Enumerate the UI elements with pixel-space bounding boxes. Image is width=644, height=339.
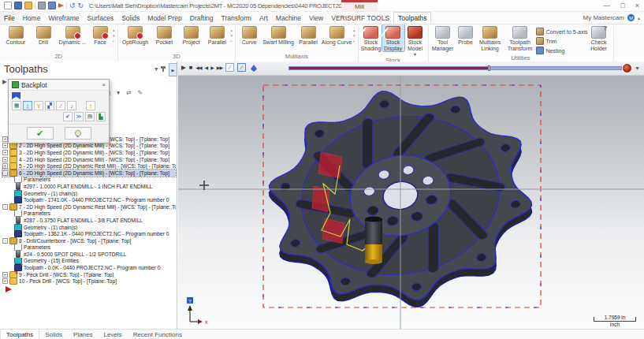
expander[interactable] bbox=[2, 238, 8, 244]
print-icon[interactable] bbox=[38, 2, 46, 9]
insert-position-arrow[interactable] bbox=[6, 286, 12, 292]
tab-art[interactable]: Art bbox=[255, 12, 272, 24]
stop-icon[interactable]: ■ bbox=[189, 64, 193, 71]
tab-wireframe[interactable]: Wireframe bbox=[44, 12, 83, 24]
tab-surfaces[interactable]: Surfaces bbox=[84, 12, 118, 24]
contextual-tab-mill[interactable]: Mill bbox=[341, 0, 378, 11]
play-icon[interactable]: ▶ bbox=[181, 64, 186, 71]
alert-icon[interactable]: ! bbox=[86, 101, 95, 110]
slider-handle[interactable] bbox=[488, 65, 490, 71]
manager-tab-solids[interactable]: Solids bbox=[39, 330, 68, 339]
tool-manager-button[interactable]: Tool Manager bbox=[430, 24, 456, 51]
manager-tab-toolpaths[interactable]: Toolpaths bbox=[0, 330, 39, 339]
along-curve-button[interactable]: Along Curve bbox=[321, 24, 352, 46]
holder-icon[interactable]: Y bbox=[34, 101, 43, 110]
tree-row[interactable]: Toolpath - 1362.1K - 0440 PROJECT2.NC - … bbox=[2, 230, 176, 237]
nesting-button[interactable]: Nesting bbox=[536, 47, 586, 54]
check-holder-button[interactable]: Check Holder bbox=[586, 24, 612, 51]
expander[interactable] bbox=[2, 204, 8, 210]
face-button[interactable]: Face bbox=[88, 24, 112, 46]
stock-shading-button[interactable]: Stock Shading bbox=[360, 24, 382, 51]
swarf-milling-button[interactable]: Swarf Milling bbox=[261, 24, 296, 46]
open-file-icon[interactable] bbox=[24, 2, 32, 9]
screen-icon[interactable]: ▤ bbox=[85, 112, 95, 121]
manager-tab-levels[interactable]: Levels bbox=[99, 330, 128, 339]
tree-row[interactable]: Parameters bbox=[2, 177, 176, 184]
expander[interactable] bbox=[2, 143, 8, 148]
quality-toggle-icon[interactable]: ∕ bbox=[237, 63, 246, 72]
fast-forward-icon[interactable]: ≫ bbox=[74, 112, 84, 121]
record-icon[interactable] bbox=[623, 64, 631, 73]
maximize-icon[interactable]: □ bbox=[620, 2, 624, 9]
pocket-button[interactable]: Pocket bbox=[151, 24, 178, 46]
step-forward-icon[interactable]: ▶ bbox=[210, 65, 214, 70]
contour-button[interactable]: Contour bbox=[2, 24, 30, 46]
viewport-canvas[interactable]: Yx bbox=[178, 61, 644, 330]
tree-row[interactable]: 9 - Peck Drill - [WCS: Top] - [Tplane: T… bbox=[2, 271, 176, 278]
tree-row[interactable]: 4 - 2D High Speed (2D Dynamic Mill) - [W… bbox=[2, 156, 176, 163]
gallery-scroll-arrows[interactable]: ▴▾▪ bbox=[112, 24, 116, 43]
ok-button[interactable]: ✔ bbox=[27, 127, 54, 140]
expander[interactable] bbox=[2, 136, 8, 142]
gallery-scroll-arrows[interactable]: ▴▾▪ bbox=[230, 24, 234, 43]
tree-row[interactable]: #24 - 0.5000 SPOT DRILL - 1/2 SPOTDRILL bbox=[2, 251, 176, 258]
tab-verisurf-tools[interactable]: VERISURF TOOLS bbox=[327, 12, 393, 24]
backplot-collapse-icon[interactable] bbox=[12, 92, 20, 99]
manager-tab-recent-functions[interactable]: Recent Functions bbox=[128, 330, 188, 339]
step-back-icon[interactable]: ◀ bbox=[205, 65, 208, 70]
filter-icon[interactable]: ▼ bbox=[635, 65, 640, 71]
save-icon[interactable] bbox=[14, 2, 22, 9]
panel-collapse-icon[interactable]: ▶ bbox=[169, 63, 177, 76]
probe-button[interactable]: Probe bbox=[456, 24, 476, 46]
tree-row[interactable]: 3 - 2D High Speed (2D Dynamic Mill) - [W… bbox=[2, 149, 176, 156]
dynamic-mill-button[interactable]: Dynamic ... bbox=[57, 24, 88, 46]
expander[interactable] bbox=[2, 278, 8, 284]
undo-icon[interactable]: ↺ bbox=[69, 2, 76, 9]
drill-button[interactable]: Drill bbox=[30, 24, 57, 46]
toolpath-transform-button[interactable]: Toolpath Transform bbox=[504, 24, 536, 51]
stock-display-button[interactable]: Stock Display bbox=[382, 24, 404, 51]
tree-row[interactable]: 10 - Peck Drill - [WCS: Top] - [Tplane: … bbox=[2, 278, 176, 285]
tool-display-icon[interactable]: ↕ bbox=[23, 101, 32, 110]
backplot-close-icon[interactable]: × bbox=[102, 81, 106, 88]
tab-solids[interactable]: Solids bbox=[117, 12, 143, 24]
close-icon[interactable]: × bbox=[635, 2, 639, 9]
condition-marker-icon[interactable] bbox=[251, 65, 257, 72]
tree-row[interactable]: 7 - 2D High Speed (2D Dynamic Rest Mill)… bbox=[2, 203, 176, 210]
optirough-button[interactable]: OptiRough bbox=[120, 24, 151, 46]
stock-model-button[interactable]: Stock Model▾ bbox=[404, 24, 426, 57]
graphics-viewport[interactable]: Yx ▶ ■ ◀◀ ◀ ▶ ▶▶ ∕ ∕ bbox=[178, 61, 644, 330]
tab-transform[interactable]: Transform bbox=[218, 12, 255, 24]
tab-file[interactable]: File bbox=[0, 12, 19, 24]
details-icon[interactable]: ✔ bbox=[63, 112, 73, 121]
trace-toggle-icon[interactable]: ∕ bbox=[225, 63, 234, 72]
tree-row[interactable]: #297 - 1.0000 FLAT ENDMILL - 1 INCH FLAT… bbox=[2, 183, 176, 190]
panel-menu-icon[interactable]: ▾ bbox=[154, 65, 158, 73]
tree-row[interactable]: Geometry - (1) chain(s) bbox=[2, 190, 176, 197]
collapse-ribbon-icon[interactable]: ▴ bbox=[638, 15, 640, 20]
tree-row-selected[interactable]: 6 - 2D High Speed (2D Dynamic Mill) - [W… bbox=[2, 170, 176, 177]
expander[interactable] bbox=[2, 157, 8, 162]
tree-row[interactable]: Geometry - (15) Entities bbox=[2, 258, 176, 265]
flag-icon[interactable] bbox=[58, 3, 64, 8]
rewind-icon[interactable]: ◀◀ bbox=[195, 65, 201, 70]
tree-row[interactable]: Parameters bbox=[2, 210, 176, 218]
tree-row[interactable]: 5 - 2D High Speed (2D Dynamic Rest Mill)… bbox=[2, 162, 176, 170]
note-icon[interactable]: ♪ bbox=[67, 101, 76, 110]
help-button[interactable] bbox=[65, 127, 91, 140]
parallel-multiaxis-button[interactable]: Parallel bbox=[296, 24, 321, 46]
manager-tab-planes[interactable]: Planes bbox=[68, 330, 98, 339]
save-geometry-icon[interactable]: ▙ bbox=[96, 112, 106, 121]
tree-row[interactable]: Toolpath - 0.0K - 0440 PROJECT2.NC - Pro… bbox=[2, 264, 176, 271]
multiaxis-linking-button[interactable]: Multiaxis Linking bbox=[476, 24, 504, 51]
fast-forward-icon[interactable]: ▶▶ bbox=[217, 65, 222, 70]
convert-to-5-axis-button[interactable]: Convert to 5-axis bbox=[536, 28, 586, 35]
trace-icon[interactable]: ∕ bbox=[56, 101, 65, 110]
tree-row[interactable]: 8 - Drill/Counterbore - [WCS: Top] - [Tp… bbox=[2, 237, 176, 244]
new-file-icon[interactable] bbox=[4, 2, 12, 9]
progress-slider[interactable] bbox=[288, 66, 622, 70]
tree-row[interactable]: Geometry - (1) chain(s) bbox=[2, 224, 176, 231]
tree-row[interactable]: Parameters bbox=[2, 244, 176, 251]
expander[interactable] bbox=[2, 272, 8, 278]
redo-icon[interactable]: ↻ bbox=[78, 2, 84, 9]
